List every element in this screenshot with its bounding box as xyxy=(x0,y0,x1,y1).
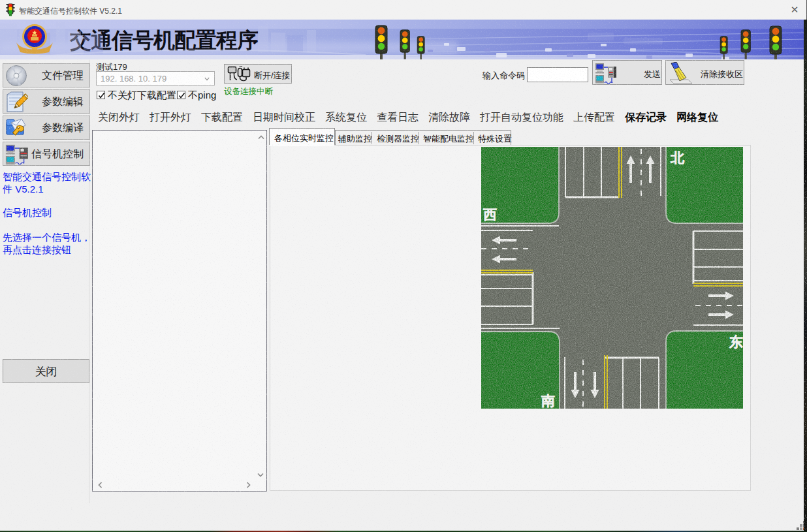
svg-text:西: 西 xyxy=(483,207,497,223)
svg-text:东: 东 xyxy=(729,334,743,350)
svg-text:南: 南 xyxy=(541,393,555,409)
svg-text:北: 北 xyxy=(670,150,685,166)
